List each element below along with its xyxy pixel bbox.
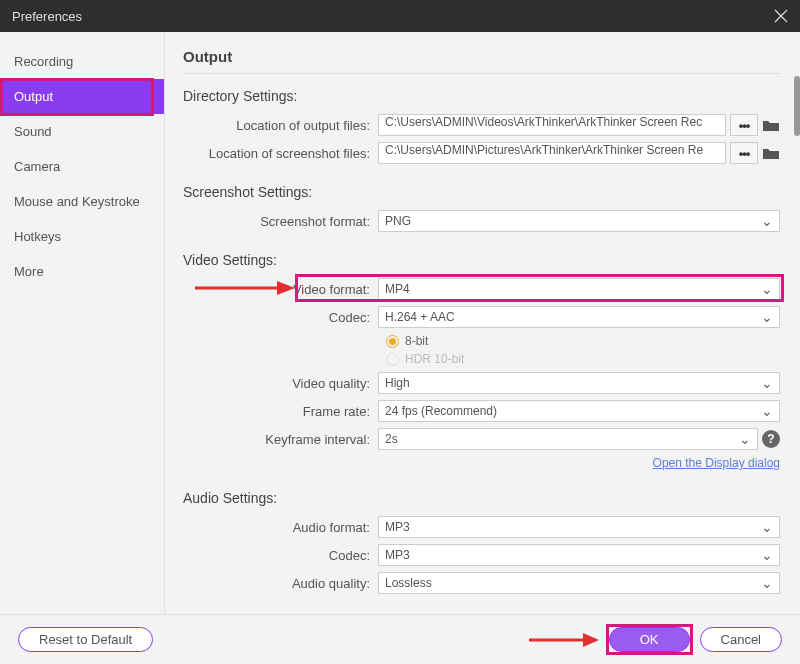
radio-hdr-label: HDR 10-bit (405, 352, 464, 366)
keyframe-label: Keyframe interval: (183, 432, 378, 447)
chevron-down-icon: ⌄ (761, 376, 773, 390)
video-codec-label: Codec: (183, 310, 378, 325)
folder-icon[interactable] (762, 118, 780, 132)
chevron-down-icon: ⌄ (739, 432, 751, 446)
video-format-value: MP4 (385, 282, 410, 296)
chevron-down-icon: ⌄ (761, 520, 773, 534)
audio-quality-label: Audio quality: (183, 576, 378, 591)
video-format-select[interactable]: MP4 ⌄ (378, 278, 780, 300)
chevron-down-icon: ⌄ (761, 282, 773, 296)
screenshot-format-select[interactable]: PNG ⌄ (378, 210, 780, 232)
section-directory: Directory Settings: Location of output f… (183, 88, 780, 164)
section-screenshot: Screenshot Settings: Screenshot format: … (183, 184, 780, 232)
video-heading: Video Settings: (183, 252, 780, 268)
audio-codec-select[interactable]: MP3 ⌄ (378, 544, 780, 566)
output-path-browse-button[interactable]: ••• (730, 114, 758, 136)
reset-default-button[interactable]: Reset to Default (18, 627, 153, 652)
radio-8bit[interactable]: 8-bit (386, 334, 780, 348)
chevron-down-icon: ⌄ (761, 310, 773, 324)
chevron-down-icon: ⌄ (761, 548, 773, 562)
video-codec-value: H.264 + AAC (385, 310, 455, 324)
audio-codec-value: MP3 (385, 548, 410, 562)
sidebar-item-sound[interactable]: Sound (0, 114, 164, 149)
svg-marker-3 (583, 633, 599, 647)
audio-heading: Audio Settings: (183, 490, 780, 506)
sidebar-item-hotkeys[interactable]: Hotkeys (0, 219, 164, 254)
audio-format-label: Audio format: (183, 520, 378, 535)
radio-8bit-label: 8-bit (405, 334, 428, 348)
page-title: Output (183, 48, 780, 74)
video-quality-value: High (385, 376, 410, 390)
folder-icon[interactable] (762, 146, 780, 160)
scrollbar-thumb[interactable] (794, 76, 800, 136)
window-title: Preferences (12, 9, 82, 24)
sidebar-item-output[interactable]: Output (0, 79, 164, 114)
keyframe-value: 2s (385, 432, 398, 446)
directory-heading: Directory Settings: (183, 88, 780, 104)
screenshot-path-label: Location of screenshot files: (183, 146, 378, 161)
framerate-value: 24 fps (Recommend) (385, 404, 497, 418)
close-icon[interactable] (774, 9, 788, 23)
chevron-down-icon: ⌄ (761, 404, 773, 418)
sidebar-item-recording[interactable]: Recording (0, 44, 164, 79)
radio-icon (386, 353, 399, 366)
video-codec-select[interactable]: H.264 + AAC ⌄ (378, 306, 780, 328)
screenshot-format-value: PNG (385, 214, 411, 228)
radio-icon (386, 335, 399, 348)
keyframe-select[interactable]: 2s ⌄ (378, 428, 758, 450)
video-quality-select[interactable]: High ⌄ (378, 372, 780, 394)
screenshot-format-label: Screenshot format: (183, 214, 378, 229)
cancel-button[interactable]: Cancel (700, 627, 782, 652)
open-display-dialog-link[interactable]: Open the Display dialog (183, 456, 780, 470)
section-video: Video Settings: Video format: MP4 ⌄ Code… (183, 252, 780, 470)
framerate-select[interactable]: 24 fps (Recommend) ⌄ (378, 400, 780, 422)
audio-codec-label: Codec: (183, 548, 378, 563)
radio-hdr10bit: HDR 10-bit (386, 352, 780, 366)
output-path-label: Location of output files: (183, 118, 378, 133)
titlebar: Preferences (0, 0, 800, 32)
sidebar: Recording Output Sound Camera Mouse and … (0, 32, 165, 614)
sidebar-item-camera[interactable]: Camera (0, 149, 164, 184)
help-icon[interactable]: ? (762, 430, 780, 448)
content-pane: Output Directory Settings: Location of o… (165, 32, 800, 614)
audio-quality-value: Lossless (385, 576, 432, 590)
sidebar-item-more[interactable]: More (0, 254, 164, 289)
screenshot-path-browse-button[interactable]: ••• (730, 142, 758, 164)
video-format-label: Video format: (183, 282, 378, 297)
audio-format-value: MP3 (385, 520, 410, 534)
output-path-field[interactable]: C:\Users\ADMIN\Videos\ArkThinker\ArkThin… (378, 114, 726, 136)
sidebar-item-mouse-keystroke[interactable]: Mouse and Keystroke (0, 184, 164, 219)
framerate-label: Frame rate: (183, 404, 378, 419)
annotation-arrow-ok (529, 631, 599, 649)
chevron-down-icon: ⌄ (761, 214, 773, 228)
audio-format-select[interactable]: MP3 ⌄ (378, 516, 780, 538)
screenshot-heading: Screenshot Settings: (183, 184, 780, 200)
audio-quality-select[interactable]: Lossless ⌄ (378, 572, 780, 594)
section-audio: Audio Settings: Audio format: MP3 ⌄ Code… (183, 490, 780, 594)
chevron-down-icon: ⌄ (761, 576, 773, 590)
footer: Reset to Default OK Cancel (0, 614, 800, 664)
screenshot-path-field[interactable]: C:\Users\ADMIN\Pictures\ArkThinker\ArkTh… (378, 142, 726, 164)
video-quality-label: Video quality: (183, 376, 378, 391)
ok-button[interactable]: OK (609, 627, 690, 652)
